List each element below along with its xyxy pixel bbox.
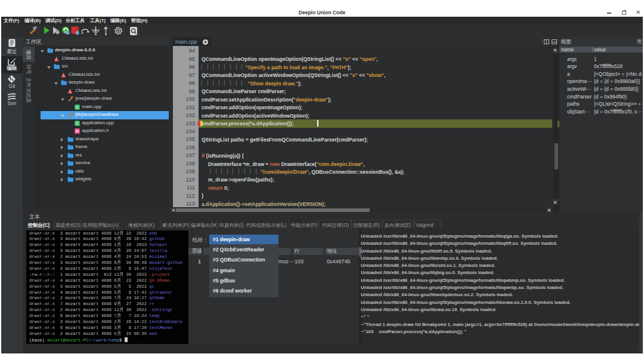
svg-text:C: C (76, 121, 79, 125)
svg-text:C: C (76, 105, 79, 109)
svg-text:H: H (76, 129, 79, 133)
